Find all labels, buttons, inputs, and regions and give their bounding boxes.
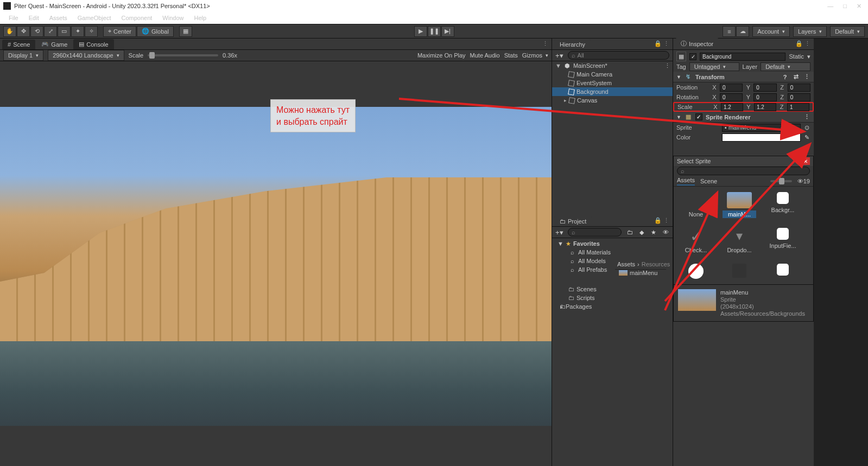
tab-scene[interactable]: #Scene: [2, 40, 35, 49]
collab-icon[interactable]: ≡: [723, 26, 736, 37]
account-dropdown[interactable]: Account: [752, 26, 790, 37]
menu-gameobject[interactable]: GameObject: [73, 14, 116, 22]
space-toggle[interactable]: 🌐Global: [137, 26, 174, 37]
pause-button[interactable]: ❚❚: [428, 26, 441, 37]
gameobject-name-input[interactable]: [700, 53, 785, 61]
tab-inspector[interactable]: ⓘInspector: [675, 38, 719, 49]
select-sprite-grid[interactable]: None mainM... Backgr... ✓Check... ▾Dropd…: [674, 187, 813, 284]
sprite-item-extra[interactable]: [723, 264, 756, 282]
tab-console[interactable]: ▤Console: [73, 39, 113, 49]
rot-z-input[interactable]: 0: [788, 93, 810, 101]
menu-component[interactable]: Component: [117, 14, 156, 22]
pos-x-input[interactable]: 0: [720, 84, 743, 92]
sprite-renderer-enabled-checkbox[interactable]: ✓: [695, 113, 702, 120]
select-sprite-tab-scene[interactable]: Scene: [700, 178, 717, 184]
sprite-item-checkmark[interactable]: ✓Check...: [679, 228, 713, 254]
play-button[interactable]: ▶: [414, 26, 427, 37]
tab-game[interactable]: 🎮Game: [36, 39, 73, 49]
project-type-icon[interactable]: ◆: [638, 228, 645, 236]
color-field[interactable]: [722, 133, 801, 142]
sprite-item-none[interactable]: None: [679, 192, 713, 218]
tool-rect-icon[interactable]: ▭: [58, 26, 71, 37]
preset-icon[interactable]: ⇄: [792, 73, 800, 81]
tool-move-icon[interactable]: ✥: [17, 26, 30, 37]
sprite-object-field[interactable]: ▪mainMenu: [722, 124, 801, 132]
gameobject-icon[interactable]: ▦: [676, 52, 686, 61]
project-create-dropdown[interactable]: +▾: [555, 228, 563, 237]
scale-z-input[interactable]: 1: [787, 103, 809, 111]
window-maximize[interactable]: □: [843, 3, 847, 10]
tag-dropdown[interactable]: Untagged: [689, 62, 739, 71]
rot-y-input[interactable]: 0: [753, 93, 776, 101]
tool-transform-icon[interactable]: ✦: [71, 26, 84, 37]
menu-window[interactable]: Window: [158, 14, 188, 22]
scale-slider[interactable]: [148, 54, 218, 56]
gizmos-dropdown[interactable]: Gizmos: [522, 50, 548, 61]
hierarchy-search-input[interactable]: All: [568, 51, 669, 60]
select-sprite-tab-assets[interactable]: Assets: [677, 177, 695, 186]
project-label-icon[interactable]: ★: [650, 228, 657, 236]
select-sprite-search-input[interactable]: [677, 167, 810, 175]
project-filter-icon[interactable]: 🗀: [626, 228, 633, 236]
menu-assets[interactable]: Assets: [45, 14, 72, 22]
scale-y-input[interactable]: 1.2: [754, 103, 776, 111]
project-search-input[interactable]: [568, 228, 622, 237]
tool-scale-icon[interactable]: ⤢: [44, 26, 57, 37]
scale-x-input[interactable]: 1.2: [721, 103, 743, 111]
tool-hand-icon[interactable]: ✋: [3, 26, 16, 37]
layout-dropdown[interactable]: Default: [830, 26, 865, 37]
unity-logo-icon: [3, 2, 11, 10]
display-dropdown[interactable]: Display 1: [3, 50, 43, 61]
select-sprite-close-button[interactable]: ✕: [801, 157, 810, 165]
sprite-item-knob[interactable]: [679, 264, 713, 282]
layers-dropdown[interactable]: Layers: [793, 26, 827, 37]
select-sprite-zoom-slider[interactable]: [770, 180, 792, 182]
project-menu-icon[interactable]: 🔒 ⋮: [654, 217, 669, 224]
sprite-item-mainmenu[interactable]: mainM...: [723, 192, 756, 218]
component-menu-icon[interactable]: ⋮: [803, 73, 810, 81]
sprite-item-inputfield[interactable]: InputFie...: [766, 228, 800, 254]
game-icon: 🎮: [41, 41, 49, 48]
window-minimize[interactable]: —: [827, 3, 833, 10]
tool-rotate-icon[interactable]: ⟲: [30, 26, 43, 37]
sprite-item-background[interactable]: Backgr...: [766, 192, 800, 218]
menu-file[interactable]: File: [4, 14, 23, 22]
layer-dropdown[interactable]: Default: [761, 62, 810, 71]
tab-hierarchy[interactable]: Hierarchy: [554, 40, 591, 49]
project-hidden-icon[interactable]: 👁: [662, 228, 669, 236]
color-picker-icon[interactable]: ✎: [803, 133, 810, 141]
rot-x-input[interactable]: 0: [720, 93, 743, 101]
help-icon[interactable]: ?: [781, 73, 789, 81]
inspector-menu-icon[interactable]: 🔒 ⋮: [795, 40, 810, 47]
sprite-picker-button[interactable]: ⊙: [803, 124, 810, 131]
snap-toggle-icon[interactable]: ▦: [179, 26, 192, 37]
game-view[interactable]: Можно нажать тут и выбрать спрайт Можно …: [0, 61, 552, 466]
hierarchy-menu-icon[interactable]: 🔒 ⋮: [654, 40, 669, 47]
tab-project[interactable]: 🗀Project: [554, 216, 592, 226]
maximize-on-play-toggle[interactable]: Maximize On Play: [417, 52, 466, 59]
transform-header[interactable]: ▼↯ Transform ? ⇄ ⋮: [673, 72, 814, 82]
tool-custom-icon[interactable]: ✧: [85, 26, 98, 37]
menu-edit[interactable]: Edit: [24, 14, 43, 22]
resolution-dropdown[interactable]: 2960x1440 Landscape: [48, 50, 124, 61]
sprite-item-extra2[interactable]: [766, 264, 800, 282]
cloud-icon[interactable]: ☁: [736, 26, 749, 37]
stats-toggle[interactable]: Stats: [504, 52, 518, 59]
pivot-toggle[interactable]: ⌖Center: [103, 26, 136, 37]
pos-y-input[interactable]: 0: [753, 84, 776, 92]
sprite-renderer-header[interactable]: ▼▦ ✓ Sprite Renderer ⋮: [673, 112, 814, 123]
static-dropdown[interactable]: ▾: [807, 53, 810, 60]
project-asset-mainmenu[interactable]: mainMenu: [619, 270, 657, 276]
hierarchy-create-dropdown[interactable]: +▾: [555, 52, 563, 60]
pos-z-input[interactable]: 0: [788, 84, 810, 92]
menu-help[interactable]: Help: [189, 14, 211, 22]
window-close[interactable]: ✕: [857, 3, 861, 10]
hidden-count[interactable]: 👁19: [797, 178, 810, 184]
step-button[interactable]: ▶|: [441, 26, 454, 37]
sprite-item-dropdown[interactable]: ▾Dropdo...: [723, 228, 756, 254]
gameobject-active-checkbox[interactable]: ✓: [689, 53, 696, 60]
mute-audio-toggle[interactable]: Mute Audio: [470, 52, 500, 59]
project-breadcrumb[interactable]: Assets›Resources: [615, 259, 666, 270]
hierarchy-tree[interactable]: ▼⬢MainScreen*⋮ Main Camera EventSystem B…: [552, 61, 673, 215]
tab-menu-icon[interactable]: ⋮: [542, 40, 548, 47]
